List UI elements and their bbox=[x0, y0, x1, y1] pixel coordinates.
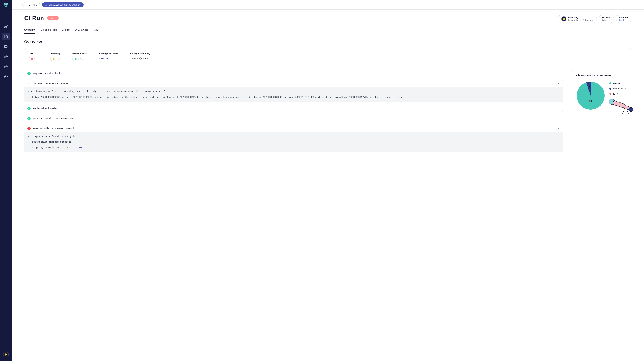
topbar: CI Runs github.com/a8m/atlas-example bbox=[12, 0, 644, 10]
svg-line-17 bbox=[622, 108, 625, 114]
branch-value: lintci bbox=[602, 19, 610, 22]
svg-point-16 bbox=[629, 107, 633, 112]
commit-title: Commit bbox=[620, 16, 628, 19]
check-nonlinear: Detected 2 non-linear changes ▼A rebase … bbox=[24, 80, 563, 102]
branch-chip: Branch lintci bbox=[599, 15, 614, 23]
summary-title: Checks Statistics Summary bbox=[576, 74, 627, 77]
check-error-head[interactable]: Error found in 20230903092705.sql bbox=[24, 125, 563, 132]
check-title: Migration Integrity Check bbox=[33, 72, 560, 75]
folder-small-icon bbox=[45, 4, 48, 6]
health-dot-icon bbox=[75, 58, 76, 60]
check-ok-icon bbox=[27, 107, 30, 110]
repo-chip[interactable]: github.com/a8m/atlas-example bbox=[42, 2, 84, 7]
error-dot-icon bbox=[31, 58, 33, 60]
commit-chip: Commit local bbox=[616, 15, 632, 23]
checks-summary-card: Checks Statistics Summary 1 18 bbox=[572, 70, 632, 112]
check-error-icon bbox=[27, 127, 30, 130]
tab-ai-analysis[interactable]: AI Analysis bbox=[75, 27, 88, 34]
svg-rect-2 bbox=[4, 46, 7, 48]
chevron-up-icon bbox=[558, 127, 560, 130]
caret-icon: ▼ bbox=[28, 135, 29, 138]
stat-health-label: Health Score bbox=[72, 52, 86, 55]
sidebar bbox=[0, 0, 12, 361]
change-summary-value: 1 column(s) removed bbox=[130, 57, 152, 60]
svg-rect-14 bbox=[612, 101, 626, 108]
stat-error-label: Error bbox=[29, 52, 38, 55]
back-label: CI Runs bbox=[29, 4, 37, 6]
svg-point-1 bbox=[5, 3, 7, 5]
check-body: ▼1 reports were found in analysis Destru… bbox=[24, 132, 563, 152]
warning-dot-icon bbox=[53, 58, 54, 60]
caret-icon: ▼ bbox=[28, 90, 29, 94]
check-noissues[interactable]: No issues found in 20230903083038.sql bbox=[24, 115, 563, 122]
section-title: Overview bbox=[24, 40, 632, 44]
check-body: ▼A rebase might fix this warning, run 'a… bbox=[24, 87, 563, 102]
nav-play-icon[interactable] bbox=[2, 53, 10, 60]
stat-config-label: Config File Used bbox=[99, 52, 118, 55]
pie-label-issues: 1 bbox=[589, 85, 590, 88]
check-title: Error found in 20230903092705.sql bbox=[33, 127, 556, 130]
chevron-up-icon bbox=[558, 82, 560, 85]
check-ok-icon bbox=[27, 117, 30, 120]
stat-change-label: Change Summary bbox=[130, 52, 152, 55]
stat-error-pill: 1 bbox=[29, 57, 38, 61]
check-replay[interactable]: Replay Migration Files bbox=[24, 105, 563, 112]
check-warn-icon bbox=[27, 82, 30, 85]
logo bbox=[2, 2, 10, 9]
trigger-avatar bbox=[561, 16, 566, 22]
check-title: Detected 2 non-linear changes bbox=[33, 82, 556, 85]
trigger-chip: Manually triggered a run 2 days ago bbox=[558, 15, 597, 23]
repo-name: github.com/a8m/atlas-example bbox=[49, 4, 81, 6]
trigger-title: Manually bbox=[568, 16, 593, 19]
stat-warning-pill: 1 bbox=[50, 57, 60, 61]
stat-warning-label: Warning bbox=[50, 52, 60, 55]
stats-card: Error 1 Warning 1 Health Score 67% Confi… bbox=[24, 48, 632, 65]
user-avatar[interactable] bbox=[3, 352, 9, 357]
check-error: Error found in 20230903092705.sql ▼1 rep… bbox=[24, 125, 563, 152]
check-nonlinear-head[interactable]: Detected 2 non-linear changes bbox=[24, 80, 563, 87]
svg-point-5 bbox=[4, 65, 7, 68]
pie-chart: 1 18 bbox=[576, 81, 605, 110]
legend-dot-issues bbox=[609, 88, 612, 90]
telescope-illustration bbox=[608, 98, 634, 115]
legend-dot-passed bbox=[609, 82, 612, 85]
legend-dot-error bbox=[609, 93, 612, 95]
tab-overview[interactable]: Overview bbox=[24, 27, 36, 34]
stat-health-pill: 67% bbox=[72, 57, 85, 61]
commit-value[interactable]: local bbox=[620, 19, 628, 22]
nav-gear-icon[interactable] bbox=[2, 73, 10, 80]
back-button[interactable]: CI Runs bbox=[22, 2, 40, 7]
nav-list-icon[interactable] bbox=[2, 43, 10, 50]
tab-checks[interactable]: Checks bbox=[62, 27, 70, 34]
legend: Passed Issues found Error bbox=[609, 82, 626, 95]
check-integrity[interactable]: Migration Integrity Check bbox=[24, 70, 563, 77]
svg-marker-6 bbox=[5, 66, 6, 67]
tabs: Overview Migration Files Checks AI Analy… bbox=[24, 27, 632, 34]
svg-point-7 bbox=[6, 76, 6, 77]
chevron-left-icon bbox=[25, 4, 27, 6]
pie-label-passed: 18 bbox=[589, 100, 592, 102]
config-file-link[interactable]: atlas.hcl bbox=[99, 57, 108, 60]
nav-folder-icon[interactable] bbox=[2, 33, 10, 40]
branch-title: Branch bbox=[602, 16, 610, 19]
check-title: Replay Migration Files bbox=[33, 107, 560, 110]
tab-migration-files[interactable]: Migration Files bbox=[40, 27, 57, 34]
page-title: CI Run bbox=[24, 15, 44, 22]
error-code-link[interactable]: DS103 bbox=[77, 146, 84, 149]
nav-compass-icon[interactable] bbox=[2, 63, 10, 70]
check-ok-icon bbox=[27, 72, 30, 75]
check-title: No issues found in 20230903083038.sql bbox=[33, 117, 560, 120]
trigger-subtitle: triggered a run 2 days ago bbox=[568, 19, 593, 22]
tab-erd[interactable]: ERD bbox=[92, 27, 98, 34]
status-badge: Failed bbox=[47, 16, 58, 20]
nav-rocket-icon[interactable] bbox=[2, 23, 10, 30]
svg-marker-4 bbox=[6, 56, 6, 57]
